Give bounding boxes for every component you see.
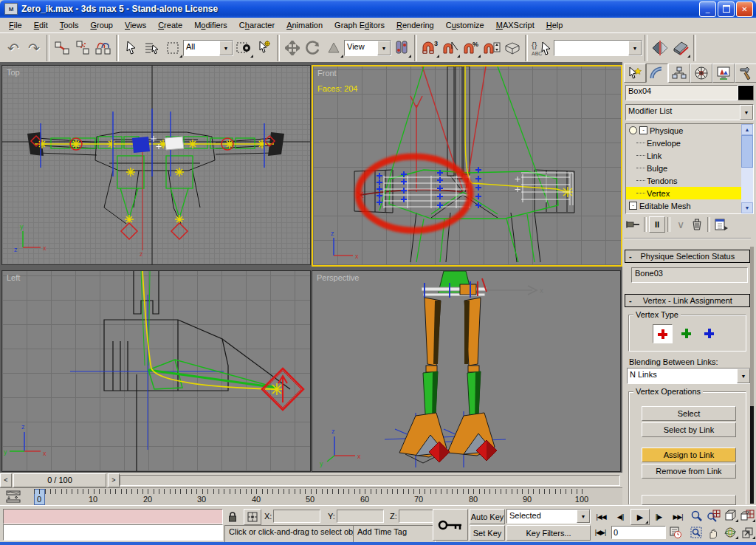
select-and-rotate-icon[interactable]	[303, 38, 323, 58]
clipped-button[interactable]	[642, 495, 736, 505]
viewport-front-label[interactable]: Front	[317, 69, 337, 78]
select-by-name-icon[interactable]	[142, 38, 162, 58]
dropdown-arrow-icon[interactable]: ▼	[740, 105, 753, 120]
pin-stack-icon[interactable]	[624, 216, 642, 233]
undo-icon[interactable]: ↶	[3, 38, 24, 58]
stack-item-physique[interactable]: - Physique	[626, 124, 741, 137]
select-by-link-button[interactable]: Select by Link	[642, 422, 736, 437]
viewport-front[interactable]: Front Faces: 204	[312, 65, 622, 267]
bulb-icon[interactable]	[629, 126, 637, 134]
time-slider-prev-button[interactable]: <	[0, 473, 12, 487]
menu-graph-editors[interactable]: Graph Editors	[329, 19, 391, 31]
maxscript-listener-output[interactable]	[3, 524, 223, 541]
time-slider-track[interactable]	[120, 475, 620, 486]
selected-bone-field[interactable]: Bone03	[631, 267, 748, 283]
menu-views[interactable]: Views	[119, 19, 152, 31]
auto-key-button[interactable]: Auto Key	[470, 509, 505, 524]
pan-hand-icon[interactable]	[705, 525, 722, 540]
selection-lock-icon[interactable]	[224, 509, 241, 524]
zoom-icon[interactable]	[688, 508, 705, 523]
keyboard-shortcut-override-icon[interactable]	[502, 38, 523, 58]
absolute-mode-icon[interactable]	[244, 509, 261, 525]
mirror-icon[interactable]	[650, 38, 670, 58]
menu-create[interactable]: Create	[152, 19, 188, 31]
tab-display-icon[interactable]	[712, 64, 735, 83]
redo-icon[interactable]: ↷	[24, 38, 44, 58]
collapse-icon[interactable]: -	[639, 126, 647, 134]
dropdown-arrow-icon[interactable]: ▼	[219, 41, 233, 55]
menu-group[interactable]: Group	[84, 19, 119, 31]
menu-animation[interactable]: Animation	[281, 19, 329, 31]
vertex-type-blue-root-button[interactable]	[700, 324, 718, 342]
set-keys-button[interactable]	[433, 509, 468, 541]
scroll-up-icon[interactable]: ▲	[741, 124, 753, 135]
scrollbar-thumb[interactable]	[741, 135, 753, 168]
rollout-collapse-icon[interactable]: -	[629, 296, 632, 305]
modifier-list-dropdown[interactable]: Modifier List ▼	[625, 104, 754, 120]
x-field[interactable]	[273, 510, 320, 523]
stack-item-tendons[interactable]: Tendons	[626, 174, 741, 187]
object-name-field[interactable]: Box04	[625, 85, 739, 100]
viewport-perspective[interactable]: Perspective x	[312, 270, 621, 472]
scroll-down-icon[interactable]: ▼	[741, 202, 753, 213]
vertex-type-red-deformable-button[interactable]	[653, 324, 673, 343]
region-zoom-icon[interactable]	[688, 525, 705, 540]
rectangular-selection-region-icon[interactable]	[162, 38, 183, 58]
reference-coordinate-system-dropdown[interactable]: View ▼	[344, 40, 391, 56]
app-icon[interactable]: M	[4, 3, 18, 15]
key-filters-button[interactable]: Key Filters...	[506, 525, 591, 541]
close-button[interactable]: ✕	[736, 1, 753, 17]
rollout-vertex-link-assignment[interactable]: - Vertex - Link Assignment	[625, 294, 750, 307]
menu-tools[interactable]: Tools	[54, 19, 85, 31]
menu-modifiers[interactable]: Modifiers	[188, 19, 233, 31]
assign-to-link-button[interactable]: Assign to Link	[642, 448, 736, 462]
track-bar[interactable]: 0 10 20 30 40 50 60 70 80 90 100	[0, 487, 622, 506]
menu-customize[interactable]: Customize	[440, 19, 490, 31]
blending-links-dropdown[interactable]: N Links ▼	[627, 368, 751, 384]
y-field[interactable]	[337, 510, 384, 523]
play-button[interactable]: ▶	[630, 509, 650, 525]
align-icon[interactable]	[670, 38, 691, 58]
tab-motion-icon[interactable]	[690, 64, 712, 83]
go-to-end-button[interactable]: ▶▶|	[669, 510, 687, 523]
menu-rendering[interactable]: Rendering	[391, 19, 440, 31]
maxscript-listener-input[interactable]	[3, 509, 223, 524]
time-slider-next-button[interactable]: >	[108, 473, 120, 487]
select-and-link-icon[interactable]	[52, 38, 72, 58]
snap-toggle-3d-icon[interactable]: 3	[419, 38, 440, 58]
menu-character[interactable]: Character	[233, 19, 281, 31]
configure-modifier-sets-icon[interactable]	[712, 216, 730, 233]
select-object-icon[interactable]	[121, 38, 142, 58]
show-end-result-button[interactable]: II	[649, 216, 665, 233]
current-frame-field[interactable]	[611, 526, 666, 539]
set-key-button[interactable]: Set Key	[470, 525, 505, 541]
named-selection-dropdown[interactable]: ▼	[554, 40, 642, 56]
rollout-physique-selection-status[interactable]: - Physique Selection Status	[625, 250, 750, 263]
zoom-extents-all-icon[interactable]	[739, 508, 756, 523]
time-slider-handle[interactable]: 0 / 100	[13, 473, 106, 487]
remove-modifier-icon[interactable]	[689, 216, 705, 233]
remove-from-link-button[interactable]: Remove from Link	[642, 464, 736, 479]
bind-to-space-warp-icon[interactable]	[93, 38, 114, 58]
vertex-type-green-rigid-button[interactable]	[677, 324, 695, 342]
menu-help[interactable]: Help	[540, 19, 569, 31]
viewport-top[interactable]: Top	[1, 65, 311, 265]
select-and-move-icon[interactable]	[282, 38, 303, 58]
panel-scrollbar[interactable]	[750, 247, 754, 504]
menu-edit[interactable]: Edit	[28, 19, 54, 31]
dropdown-arrow-icon[interactable]: ▼	[377, 41, 391, 55]
restore-button[interactable]	[718, 1, 735, 17]
viewport-top-label[interactable]: Top	[7, 68, 20, 77]
stack-item-vertex[interactable]: Vertex	[626, 187, 741, 199]
tab-utilities-icon[interactable]	[735, 64, 756, 83]
minimize-button[interactable]: _	[699, 1, 716, 17]
menu-file[interactable]: File	[3, 19, 28, 31]
dropdown-arrow-icon[interactable]: ▼	[628, 41, 642, 55]
key-mode-toggle-button[interactable]: |◀▶|	[592, 526, 608, 538]
select-button[interactable]: Select	[642, 406, 736, 421]
dropdown-arrow-icon[interactable]: ▼	[737, 369, 750, 383]
use-pivot-point-center-icon[interactable]	[391, 38, 412, 58]
min-max-toggle-icon[interactable]	[739, 525, 756, 540]
next-frame-button[interactable]: ||▶	[650, 510, 667, 523]
panel-scrollbar-thumb[interactable]	[750, 406, 754, 504]
